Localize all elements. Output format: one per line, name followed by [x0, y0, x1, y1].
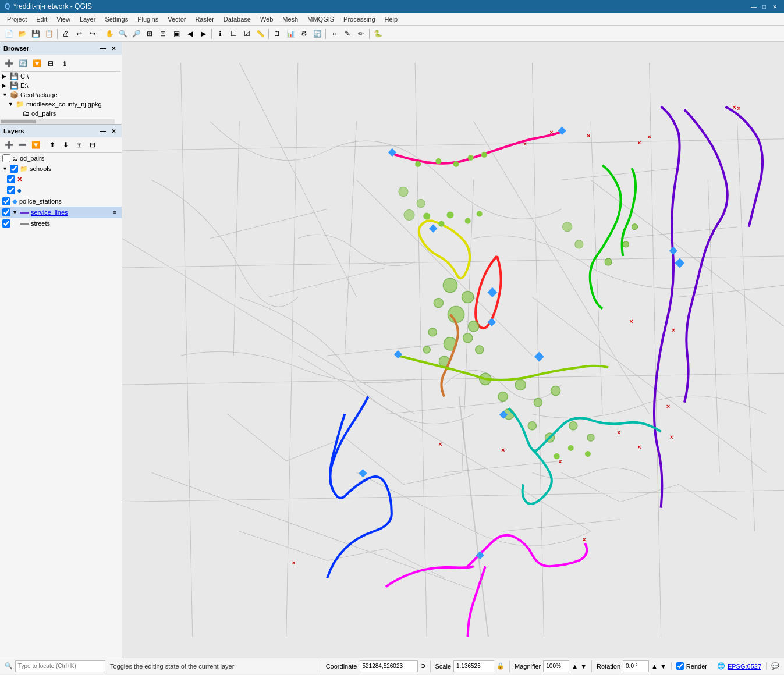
magnifier-up-icon[interactable]: ▲	[572, 663, 578, 670]
layers-close-icon[interactable]: ✕	[109, 126, 118, 136]
locate-input[interactable]	[15, 660, 105, 672]
layer-toolbar-sep	[44, 140, 44, 150]
maximize-button[interactable]: □	[760, 2, 769, 11]
browser-minimize-icon[interactable]: —	[98, 44, 108, 53]
menu-view[interactable]: View	[52, 15, 75, 24]
zoom-in-button[interactable]: 🔍	[116, 27, 129, 40]
browser-refresh-btn[interactable]: 🔄	[16, 57, 29, 70]
menu-processing[interactable]: Processing	[339, 15, 379, 24]
layers-list: 🗂 od_pairs ▼ 📁 schools ✕ ●	[0, 153, 122, 658]
close-button[interactable]: ✕	[770, 2, 779, 11]
browser-item-od[interactable]: 🗂 od_pairs	[1, 109, 120, 118]
menu-help[interactable]: Help	[380, 15, 403, 24]
menu-vector[interactable]: Vector	[163, 15, 190, 24]
layer-schools-dot[interactable]: ●	[0, 184, 122, 196]
remove-layer-btn[interactable]: ➖	[16, 138, 29, 151]
browser-item-e[interactable]: ▶ 💾 E:\	[1, 81, 120, 90]
layer-expand-btn[interactable]: ⊞	[73, 138, 86, 151]
epsg-icon: 🌐	[717, 662, 725, 670]
digitize-button[interactable]: ✎	[341, 27, 354, 40]
browser-hscroll[interactable]	[0, 119, 115, 124]
messages-icon[interactable]: 💬	[771, 662, 779, 670]
browser-item-c[interactable]: ▶ 💾 C:\	[1, 72, 120, 81]
identify-button[interactable]: ℹ	[214, 27, 226, 40]
menu-database[interactable]: Database	[219, 15, 256, 24]
layer-up-btn[interactable]: ⬆	[46, 138, 59, 151]
zoom-full-button[interactable]: ⊞	[143, 27, 156, 40]
menu-raster[interactable]: Raster	[190, 15, 218, 24]
browser-item-geopackage[interactable]: ▼ 📦 GeoPackage	[1, 90, 120, 100]
rotation-down-icon[interactable]: ▼	[660, 663, 666, 670]
rotation-input[interactable]	[623, 660, 649, 672]
magnifier-input[interactable]	[543, 660, 569, 672]
menu-settings[interactable]: Settings	[100, 15, 133, 24]
redo-button[interactable]: ↪	[86, 27, 99, 40]
browser-properties-btn[interactable]: ℹ	[58, 57, 71, 70]
edit-button[interactable]: ✏	[354, 27, 367, 40]
browser-add-btn[interactable]: ➕	[2, 57, 15, 70]
save-as-button[interactable]: 📋	[42, 27, 55, 40]
statistics-button[interactable]: 📊	[284, 27, 297, 40]
layer-police-check[interactable]	[2, 197, 10, 205]
scale-input[interactable]	[453, 660, 494, 672]
menu-mmqgis[interactable]: MMQGIS	[303, 15, 339, 24]
browser-item-gpkg[interactable]: ▼ 📁 middlesex_county_nj.gpkg	[1, 100, 120, 109]
deselect-button[interactable]: ☑	[240, 27, 253, 40]
menu-web[interactable]: Web	[256, 15, 278, 24]
browser-collapse-btn[interactable]: ⊟	[44, 57, 57, 70]
layer-collapse2-btn[interactable]: ⊟	[86, 138, 99, 151]
save-project-button[interactable]: 💾	[29, 27, 42, 40]
undo-button[interactable]: ↩	[73, 27, 86, 40]
minimize-button[interactable]: —	[749, 2, 758, 11]
zoom-next-button[interactable]: ▶	[197, 27, 210, 40]
menu-mesh[interactable]: Mesh	[278, 15, 303, 24]
open-project-button[interactable]: 📂	[16, 27, 29, 40]
layer-streets[interactable]: streets	[0, 218, 122, 229]
layer-schools-group[interactable]: ▼ 📁 schools	[0, 164, 122, 174]
pan-button[interactable]: ✋	[103, 27, 116, 40]
menu-project[interactable]: Project	[2, 15, 31, 24]
measure-button[interactable]: 📏	[254, 27, 267, 40]
layer-schools-check[interactable]	[10, 165, 18, 173]
layer-od-pairs-check[interactable]	[2, 154, 10, 162]
layer-service-check[interactable]	[2, 208, 10, 216]
attribute-table-button[interactable]: 🗒	[271, 27, 283, 40]
map-area[interactable]: × × × ×	[122, 42, 784, 658]
layer-schools-dot-check[interactable]	[7, 186, 15, 194]
layers-minimize-icon[interactable]: —	[98, 126, 108, 136]
rotation-up-icon[interactable]: ▲	[651, 663, 658, 670]
print-button[interactable]: 🖨	[59, 27, 72, 40]
more-tools-button[interactable]: »	[328, 27, 340, 40]
browser-panel-header[interactable]: Browser — ✕	[0, 42, 122, 55]
epsg-label[interactable]: EPSG:6527	[728, 663, 761, 670]
menu-plugins[interactable]: Plugins	[133, 15, 163, 24]
select-button[interactable]: ☐	[227, 27, 240, 40]
layer-service-options[interactable]: ≡	[110, 208, 119, 217]
browser-close-icon[interactable]: ✕	[109, 44, 118, 53]
coordinate-input[interactable]	[360, 660, 418, 672]
layer-police-stations[interactable]: ◆ police_stations	[0, 196, 122, 207]
zoom-prev-button[interactable]: ◀	[183, 27, 196, 40]
layer-streets-check[interactable]	[2, 219, 10, 228]
layer-schools-x[interactable]: ✕	[0, 174, 122, 184]
layer-service-lines[interactable]: ▼ service_lines ≡	[0, 207, 122, 218]
layer-filter-btn[interactable]: 🔽	[29, 138, 42, 151]
zoom-out-button[interactable]: 🔎	[130, 27, 143, 40]
titlebar: Q *reddit-nj-network - QGIS — □ ✕	[0, 0, 784, 13]
zoom-layer-button[interactable]: ⊡	[157, 27, 169, 40]
layer-schools-x-check[interactable]	[7, 175, 15, 183]
menu-layer[interactable]: Layer	[75, 15, 101, 24]
layer-od-pairs[interactable]: 🗂 od_pairs	[0, 153, 122, 164]
render-checkbox[interactable]	[676, 662, 684, 670]
new-project-button[interactable]: 📄	[2, 27, 15, 40]
add-layer-btn[interactable]: ➕	[2, 138, 15, 151]
browser-filter-btn[interactable]: 🔽	[30, 57, 43, 70]
magnifier-down-icon[interactable]: ▼	[580, 663, 587, 670]
zoom-selection-button[interactable]: ▣	[170, 27, 183, 40]
refresh-button[interactable]: 🔄	[311, 27, 324, 40]
layer-down-btn[interactable]: ⬇	[59, 138, 72, 151]
python-console-button[interactable]: 🐍	[371, 27, 384, 40]
layers-panel-header[interactable]: Layers — ✕	[0, 125, 122, 137]
layer-properties-button[interactable]: ⚙	[297, 27, 310, 40]
menu-edit[interactable]: Edit	[31, 15, 52, 24]
